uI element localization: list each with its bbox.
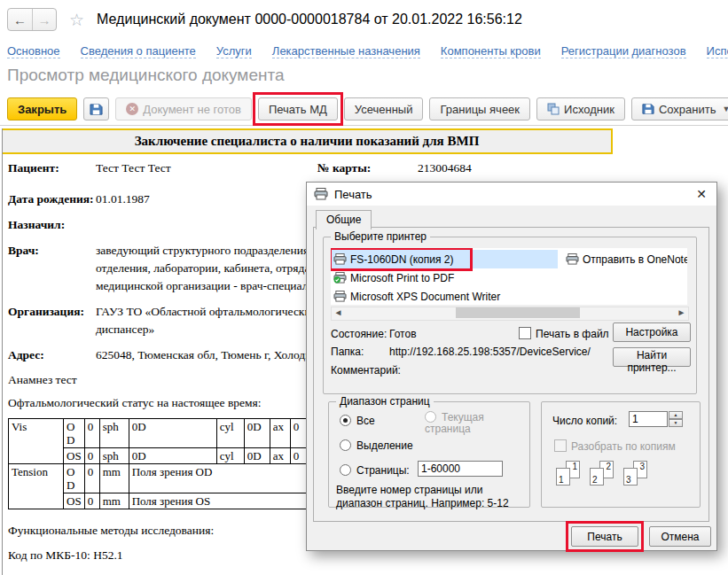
scroll-left-icon[interactable]: ◄ — [332, 307, 345, 318]
pages-range-input[interactable] — [418, 461, 503, 477]
page-range-group: Диапазон страниц Все Текущая страница Вы… — [328, 401, 530, 508]
printer-item-xps[interactable]: Microsoft XPS Document Writer — [331, 287, 500, 305]
status-value: Готов — [389, 328, 417, 340]
printer-check-icon — [333, 272, 347, 284]
radio-pages[interactable]: Страницы: — [340, 464, 410, 477]
radio-selection[interactable]: Выделение — [340, 439, 413, 452]
back-arrow-icon: ← — [13, 12, 27, 27]
close-button[interactable]: Закрыть — [7, 97, 77, 120]
print-md-button[interactable]: Печать МД — [258, 97, 338, 120]
printer-list: FS-1060DN (копия 2) Отправить в OneNote … — [331, 248, 687, 305]
radio-icon — [340, 439, 351, 451]
radio-all-pages[interactable]: Все — [340, 415, 375, 427]
scroll-right-icon[interactable]: ► — [675, 307, 688, 318]
nav-ispolniteli[interactable]: Исполн — [707, 44, 728, 58]
folder-value: http://192.168.25.198:5357/DeviceService… — [389, 346, 591, 358]
printer-icon — [333, 253, 347, 265]
collate-checkbox: Разобрать по копиям — [554, 439, 676, 453]
find-printer-button[interactable]: Найти принтер... — [613, 347, 691, 367]
text-line: Код вида ВМП: Группа 36. Тотальное облуч… — [8, 571, 613, 575]
patient-row: Пациент: Тест Тест Тест № карты: 2130046… — [8, 161, 613, 183]
forward-arrow-icon: → — [38, 12, 51, 27]
card-value: 213004684 — [418, 161, 472, 175]
status-label: Состояние: — [331, 328, 387, 340]
printer-item-selected[interactable]: FS-1060DN (копия 2) — [331, 250, 558, 268]
printer-item-onenote[interactable]: Отправить в OneNote 20 — [563, 250, 687, 268]
save-icon-button[interactable] — [83, 97, 109, 120]
toolbar: Закрыть ✕ Документ не готов Печать МД Ус… — [7, 97, 728, 120]
floppy-icon — [642, 103, 654, 115]
spin-up-icon[interactable]: ▲ — [669, 411, 683, 419]
radio-icon — [340, 464, 351, 476]
radio-icon — [425, 411, 436, 423]
copies-group: Число копий: ▲ ▼ Разобрать по копиям 11 … — [541, 401, 701, 508]
spin-down-icon[interactable]: ▼ — [669, 419, 683, 427]
window-header: ← → ☆ Медицинский документ 0000-00000187… — [7, 7, 522, 32]
table-row: Tension OD 0 mm Поля зрения OD — [9, 464, 315, 493]
table-row: Vis OD 0 sph 0D cyl 0D ax 0 — [9, 419, 315, 448]
nav-uslugi[interactable]: Услуги — [216, 44, 252, 58]
source-icon — [547, 103, 560, 115]
printer-icon — [333, 291, 347, 302]
printer-name: FS-1060DN (копия 2) — [350, 253, 453, 266]
favorite-star-icon[interactable]: ☆ — [69, 10, 84, 30]
checkbox-icon — [554, 439, 567, 452]
cell-borders-button[interactable]: Границы ячеек — [429, 97, 530, 120]
copies-label: Число копий: — [552, 415, 617, 427]
printer-list-scrollbar[interactable]: ◄ ► — [331, 307, 689, 321]
ophthalmology-table: Vis OD 0 sph 0D cyl 0D ax 0 OS 0 sph — [8, 418, 315, 509]
nav-registracii-diagnozov[interactable]: Регистрации диагнозов — [561, 44, 686, 58]
copies-input[interactable] — [629, 411, 668, 427]
document-not-ready-button: ✕ Документ не готов — [115, 97, 252, 120]
patient-label: Пациент: — [8, 161, 59, 175]
folder-label: Папка: — [331, 346, 364, 358]
nav-lekarstvennye-naznacheniya[interactable]: Лекарственные назначения — [272, 44, 420, 58]
section-nav: Основное Сведения о пациенте Услуги Лека… — [7, 44, 728, 58]
page-range-hint: Введите номер страницы или диапазон стра… — [336, 484, 526, 510]
forward-button[interactable]: → — [32, 9, 56, 30]
print-dialog-titlebar[interactable]: Печать — [307, 183, 716, 206]
document-title: Медицинский документ 0000-0000018784 от … — [97, 12, 522, 27]
save-dropdown-button[interactable]: Сохранить ▼ — [631, 97, 728, 120]
tab-obshchie[interactable]: Общие — [316, 210, 372, 229]
printer-name: Microsoft Print to PDF — [350, 272, 454, 284]
print-dialog: Печать ✕ Общие Выберите принтер FS-1060D… — [306, 182, 717, 551]
printer-item-pdf[interactable]: Microsoft Print to PDF — [331, 268, 454, 287]
source-button[interactable]: Исходник — [536, 97, 625, 120]
radio-icon — [340, 415, 351, 426]
card-label: № карты: — [317, 161, 371, 175]
scrollbar-thumb[interactable] — [456, 307, 580, 318]
printer-group-label: Выберите принтер — [331, 230, 430, 243]
collate-pages-icon: 11 22 33 — [556, 461, 647, 486]
checkbox-icon — [519, 327, 531, 339]
page-range-label: Диапазон страниц — [336, 395, 434, 408]
not-ready-icon: ✕ — [126, 103, 138, 115]
printer-name: Microsoft XPS Document Writer — [350, 291, 500, 303]
back-button[interactable]: ← — [8, 9, 32, 30]
nav-svedeniya-o-paciente[interactable]: Сведения о пациенте — [81, 44, 196, 58]
comment-label: Комментарий: — [331, 364, 401, 377]
printer-name: Отправить в OneNote 20 — [583, 253, 687, 266]
chevron-down-icon: ▼ — [723, 105, 728, 113]
close-icon[interactable]: ✕ — [686, 183, 716, 206]
page-title: Просмотр медицинского документа — [7, 66, 285, 85]
history-buttons: ← → — [7, 8, 57, 31]
tab-page: Выберите принтер FS-1060DN (копия 2) Отп… — [313, 227, 709, 522]
truncated-button[interactable]: Усеченный — [344, 97, 424, 120]
print-dialog-title: Печать — [334, 188, 372, 201]
copies-stepper: ▲ ▼ — [629, 411, 683, 427]
print-button[interactable]: Печать — [571, 526, 638, 547]
setup-button[interactable]: Настройка — [613, 322, 691, 342]
app-window: ← → ☆ Медицинский документ 0000-00000187… — [0, 0, 728, 575]
nav-osnovnoe[interactable]: Основное — [7, 44, 60, 58]
document-form-title: Заключение специалиста о наличии показан… — [3, 128, 613, 154]
nav-komponenty-krovi[interactable]: Компоненты крови — [441, 44, 541, 58]
print-to-file-checkbox[interactable]: Печать в файл — [519, 327, 609, 340]
radio-current-page: Текущая страница — [425, 411, 513, 435]
printer-icon — [314, 188, 328, 200]
printer-icon — [566, 253, 579, 265]
floppy-icon — [90, 103, 103, 116]
patient-value: Тест Тест Тест — [96, 161, 171, 175]
cancel-button[interactable]: Отмена — [649, 526, 711, 547]
printer-group: Выберите принтер FS-1060DN (копия 2) Отп… — [323, 237, 697, 394]
